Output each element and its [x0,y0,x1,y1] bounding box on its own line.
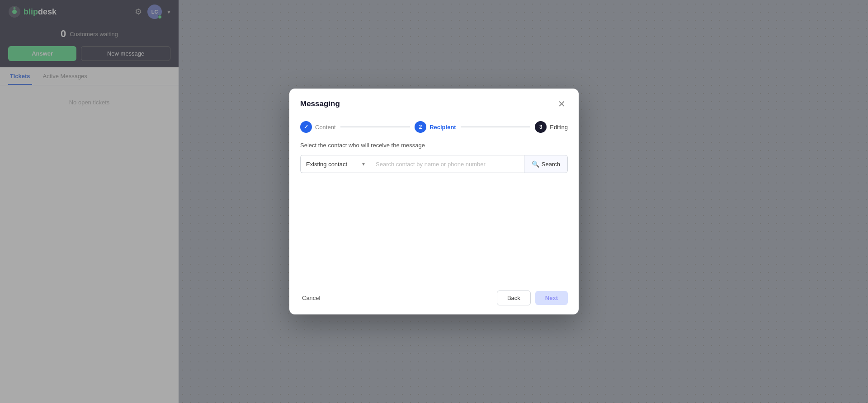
close-button[interactable]: ✕ [555,98,568,110]
contact-type-dropdown[interactable]: Existing contact ▾ [300,155,370,173]
modal-body: Select the contact who will receive the … [289,140,579,284]
recipient-description: Select the contact who will receive the … [300,142,568,149]
step-line-2 [461,127,531,127]
footer-right-buttons: Back Next [497,291,568,305]
step-content: ✓ Content [300,121,336,133]
modal-overlay: Messaging ✕ ✓ Content 2 Recipient 3 Edit… [0,0,868,403]
stepper: ✓ Content 2 Recipient 3 Editing [289,117,579,140]
messaging-modal: Messaging ✕ ✓ Content 2 Recipient 3 Edit… [289,89,579,314]
step-recipient-label: Recipient [429,124,456,131]
step-line-1 [340,127,410,127]
search-contact-input[interactable] [370,155,524,173]
step-content-circle: ✓ [300,121,312,133]
dropdown-chevron-icon: ▾ [362,161,365,167]
modal-footer: Cancel Back Next [289,284,579,314]
modal-title: Messaging [300,99,340,108]
step-recipient-circle: 2 [415,121,426,133]
step-editing-label: Editing [550,124,568,131]
step-recipient: 2 Recipient [415,121,456,133]
step-editing: 3 Editing [535,121,568,133]
search-button-label: Search [542,161,560,168]
step-editing-circle: 3 [535,121,547,133]
modal-header: Messaging ✕ [289,89,579,117]
search-row: Existing contact ▾ 🔍 Search [300,155,568,173]
step-content-label: Content [315,124,336,131]
cancel-button[interactable]: Cancel [300,291,322,305]
back-button[interactable]: Back [497,291,531,305]
search-icon: 🔍 [532,160,539,168]
next-button[interactable]: Next [535,291,568,305]
search-button[interactable]: 🔍 Search [524,155,568,173]
contact-type-label: Existing contact [306,161,347,168]
